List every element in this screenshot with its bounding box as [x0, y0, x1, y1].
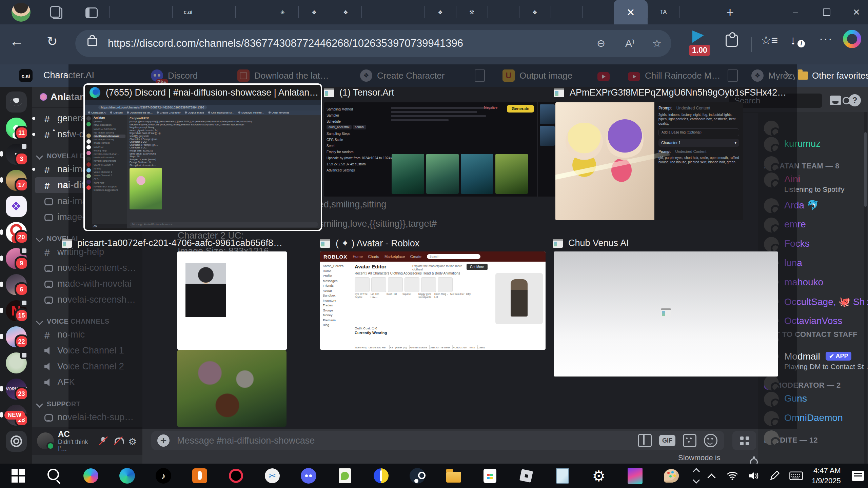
- prompt-text: 2girls, indoors, factory, night, fog, in…: [658, 113, 739, 126]
- windows-taskbar: 4:47 AM 1/9/2025: [0, 464, 868, 488]
- anime-artwork: [555, 102, 654, 220]
- preview-title: APmEXPrG3f8MEPqZMgU6Nn5h9gOyb1sFSHx42…: [570, 87, 786, 98]
- start-button-icon[interactable]: [10, 468, 26, 484]
- preview-card-chub-title[interactable]: Chub Venus AI: [553, 238, 629, 248]
- negative-label: Negative: [484, 106, 497, 109]
- roblox-search[interactable]: Search: [427, 254, 480, 259]
- broken-image-icon: [661, 308, 671, 317]
- hidden-icons-chevron[interactable]: [706, 470, 717, 482]
- roblox-top-bar: ROBLOX Home Charts Marketplace Create Se…: [320, 251, 546, 262]
- opera-gx-taskbar-icon[interactable]: [228, 468, 244, 484]
- preview-card-image-title[interactable]: APmEXPrG3f8MEPqZMgU6Nn5h9gOyb1sFSHx42…: [554, 87, 786, 98]
- preview-title: Chub Venus AI: [568, 238, 629, 248]
- character-prompt-text: girl, purple eyes, short hair, smile, op…: [658, 156, 739, 164]
- steam-taskbar-icon[interactable]: [409, 468, 426, 484]
- preview-card-image[interactable]: Prompt Undesired Content 2girls, indoors…: [555, 102, 743, 220]
- preview-card-picsart-title[interactable]: picsart-1a0072ef-c201-4706-aafc-9961cab6…: [62, 238, 282, 248]
- channel-nai-image-sharing: nai-image-sharing: [94, 138, 125, 141]
- taskbar-clock[interactable]: 4:47 AM 1/9/2025: [812, 466, 841, 486]
- volume-icon[interactable]: [747, 470, 760, 482]
- channel-nai-diffusion-showcase: nai-diffusion-showcase: [94, 135, 125, 138]
- anime-boy-image: [185, 263, 226, 317]
- preview-title: (7655) Discord | #nai-diffusion-showcase…: [106, 87, 318, 98]
- roblox-logo: ROBLOX: [323, 254, 347, 260]
- mini-url: https://discord.com/channels/83677430877…: [98, 105, 207, 109]
- clock-time: 4:47 AM: [812, 466, 841, 476]
- wifi-icon[interactable]: [726, 470, 738, 482]
- anime-app-taskbar-icon[interactable]: [627, 468, 643, 484]
- clock-date: 1/9/2025: [812, 476, 841, 486]
- channel-novelai-tech-support: novelai-tech-support: [94, 185, 125, 188]
- preview-title: (1) Tensor.Art: [339, 87, 394, 98]
- channel-writing-help: writing-help: [94, 149, 125, 152]
- base-image-box[interactable]: Add a Base Img (Optional): [658, 128, 739, 136]
- preview-card-tensor[interactable]: Sampling MethodSamplerSchedule euler_anc…: [324, 102, 558, 197]
- site-icon: [553, 239, 563, 248]
- notepad-plus-plus-taskbar-icon[interactable]: [337, 468, 353, 484]
- preview-card-chub[interactable]: [554, 251, 778, 377]
- generated-images: [392, 154, 528, 194]
- taskbar-overflow-chevrons[interactable]: [694, 466, 701, 485]
- prompt-label: Prompt: [658, 106, 672, 110]
- preview-title: ( ✦ ) Avatar - Roblox: [336, 238, 419, 249]
- mini-favorites-bar: Character.AI Discord Download the lat… C…: [85, 110, 321, 115]
- notifications-icon[interactable]: [852, 471, 864, 481]
- settings-taskbar-icon[interactable]: [591, 468, 607, 484]
- item-grid: [355, 277, 456, 292]
- get-more-button[interactable]: Get More: [467, 264, 488, 270]
- touch-app-taskbar-icon[interactable]: [192, 468, 208, 484]
- novelai-panel: Prompt Undesired Content 2girls, indoors…: [654, 102, 743, 220]
- roblox-taskbar-icon[interactable]: [518, 468, 534, 484]
- channel-nai-image-posting: nai-image-posting: [94, 131, 125, 135]
- avatar-preview: [495, 273, 543, 324]
- preview-card-picsart[interactable]: [177, 251, 287, 350]
- channel-general: general: [94, 120, 125, 123]
- edge-icon: [90, 87, 100, 98]
- scissors-app-taskbar-icon[interactable]: [264, 468, 280, 484]
- tab-preview-overlay: (7655) Discord | #nai-diffusion-showcase…: [0, 0, 868, 488]
- site-icon: [554, 88, 564, 97]
- taskbar-search-icon[interactable]: [46, 468, 63, 484]
- site-icon: [324, 88, 334, 97]
- system-tray: 4:47 AM 1/9/2025: [706, 464, 864, 488]
- preview-card-tensor-title[interactable]: (1) Tensor.Art: [324, 87, 394, 98]
- paint-taskbar-icon[interactable]: [663, 468, 679, 484]
- channel-image-contest: image-contest: [94, 141, 125, 145]
- mini-chat: CanponI992X prompt: {{amazing quality}},…: [127, 115, 321, 228]
- mini-address-bar: https://discord.com/channels/83677430877…: [85, 105, 321, 110]
- file-explorer-taskbar-icon[interactable]: [446, 468, 462, 484]
- copilot-taskbar-icon[interactable]: [83, 468, 99, 484]
- pen-icon[interactable]: [768, 470, 781, 482]
- category-novelai-diffusion: NOVELAI DIFFUSION: [94, 128, 125, 131]
- blue-yellow-sphere-taskbar-icon[interactable]: [373, 468, 389, 484]
- preview-card-roblox[interactable]: ROBLOX Home Charts Marketplace Create Se…: [320, 251, 546, 350]
- mini-channel-list: Anlatan generalnsfw-discussionNOVELAI DI…: [92, 115, 127, 228]
- tiktok-taskbar-icon[interactable]: [155, 468, 172, 484]
- site-icon: [320, 239, 330, 248]
- microsoft-store-taskbar-icon[interactable]: [482, 468, 498, 484]
- preview-card-discord[interactable]: (7655) Discord | #nai-diffusion-showcase…: [83, 83, 322, 231]
- currently-wearing-row: Eden Ring - Let Me Solo Her -Kai - [Rela…: [355, 345, 485, 349]
- channel-voice-2: Voice Channel 2: [94, 174, 125, 177]
- channel-afk: AFK: [94, 177, 125, 181]
- uc-label: Undesired Content: [676, 106, 710, 110]
- category-support: SUPPORT: [94, 182, 125, 185]
- discord-thumbnail: https://discord.com/channels/83677430877…: [85, 100, 321, 228]
- discord-taskbar-icon[interactable]: [300, 468, 317, 484]
- touch-keyboard-icon[interactable]: [789, 470, 803, 482]
- edge-taskbar-icon[interactable]: [119, 468, 135, 484]
- desktop: c.ai ✳ ❖ ❖ ❖ ⚒: [0, 0, 868, 488]
- mini-server-rail: [85, 115, 92, 228]
- roblox-sidebar: Aaron_CerezaHomeProfileMessagesFriendsAv…: [320, 262, 351, 350]
- category-novelai: NOVELAI: [94, 146, 125, 149]
- channel-made-with-novelai: made-with-novelai: [94, 156, 125, 159]
- channel-feedback-suggestions: feedback-suggestions: [94, 188, 125, 192]
- preview-card-roblox-title[interactable]: ( ✦ ) Avatar - Roblox: [320, 238, 419, 249]
- notepad-taskbar-icon[interactable]: [554, 468, 571, 484]
- category-voice-channels: VOICE CHANNELS: [94, 164, 125, 167]
- character-row[interactable]: Character 1: [661, 141, 680, 145]
- taskbar-icons: [0, 468, 679, 484]
- generate-button[interactable]: Generate: [507, 105, 534, 113]
- preview-title: picsart-1a0072ef-c201-4706-aafc-9961cab6…: [77, 238, 282, 248]
- channel-nsfw-discussion: nsfw-discussion: [94, 123, 125, 127]
